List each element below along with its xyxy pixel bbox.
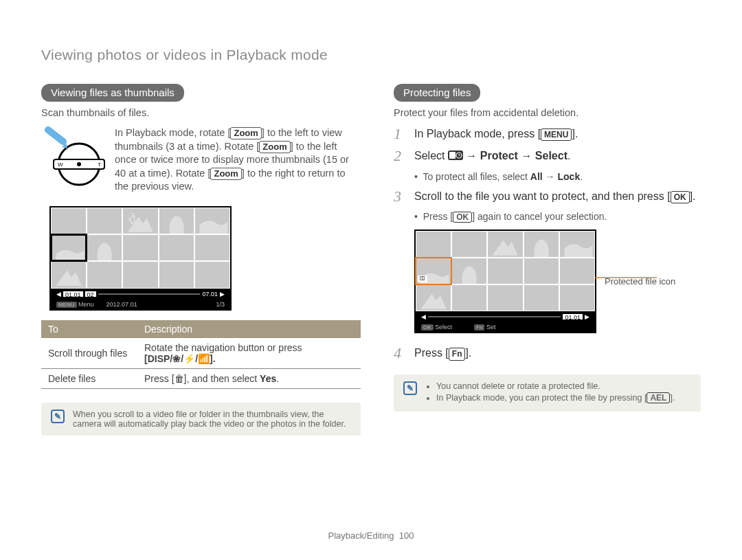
ok-button-label: OK [453, 212, 472, 223]
svg-text:W: W [58, 161, 63, 168]
ok-button-label: OK [671, 191, 690, 203]
td-delete: Delete files [41, 368, 137, 388]
note-right-2: In Playback mode, you can protect the fi… [436, 392, 675, 403]
step-number-3: 3 [394, 189, 406, 204]
step-3-sub: • Press [OK] again to cancel your select… [414, 211, 701, 223]
illus-menu-label: Menu [78, 301, 94, 308]
menu-button-label: MENU [541, 128, 572, 141]
td-scroll-desc: Rotate the navigation button or press [D… [137, 338, 361, 369]
note-box-left: ✎ When you scroll to a video file or fol… [41, 403, 361, 436]
step-3-text: Scroll to the file you want to protect, … [414, 189, 696, 204]
zoom-button-label: Zoom [259, 141, 290, 153]
illus-page: 1/3 [216, 301, 225, 308]
note-icon: ✎ [403, 381, 417, 395]
step-number-1: 1 [394, 126, 406, 142]
ael-button-label: AEL [647, 392, 670, 403]
note-icon: ✎ [51, 410, 65, 423]
folder-icon [448, 149, 463, 164]
section-heading-protecting: Protecting files [394, 84, 480, 102]
td-delete-desc: Press [🗑], and then select Yes. [137, 368, 361, 388]
svg-text:T: T [98, 161, 101, 168]
step-2-sub: • To protect all files, select All → Loc… [414, 171, 701, 182]
page-title: Viewing photos or videos in Playback mod… [41, 47, 701, 63]
zoom-instructions: In Playback mode, rotate [Zoom] to the l… [115, 126, 361, 194]
illus-date: 2012.07.01 [106, 301, 137, 308]
td-scroll: Scroll through files [41, 338, 137, 369]
th-to: To [41, 320, 137, 338]
section-heading-thumbnails: Viewing files as thumbnails [41, 84, 184, 102]
illus-select-label: Select [435, 324, 452, 331]
trash-icon: 🗑 [175, 373, 184, 384]
left-column: Viewing files as thumbnails Scan thumbna… [41, 84, 361, 436]
page-footer: Playback/Editing 100 [0, 530, 742, 541]
step-1-text: In Playback mode, press [MENU]. [414, 126, 578, 142]
note-right-1: You cannot delete or rotate a protected … [436, 381, 675, 391]
note-box-right: ✎ You cannot delete or rotate a protecte… [394, 374, 701, 412]
zoom-dial-illustration: W T [41, 126, 106, 188]
timeline-seg-2: 02 [85, 291, 96, 297]
th-description: Description [137, 320, 361, 338]
timeline-left-arrow: ◀ [56, 291, 61, 298]
svg-rect-6 [449, 152, 456, 159]
step-2-text: Select → Protect → Select. [414, 148, 570, 164]
protect-grid-illustration: ⚿ ◀ 01.01 ▶ [414, 229, 596, 334]
illus-set-label: Set [486, 324, 496, 331]
controls-table: To Description Scroll through files Rota… [41, 320, 361, 389]
zoom-button-label: Zoom [210, 168, 241, 180]
timeline-seg-1: 01.01 [63, 291, 83, 297]
right-column: Protecting files Protect your files from… [394, 84, 701, 436]
step-number-2: 2 [394, 148, 406, 164]
step-4-text: Press [Fn]. [414, 346, 471, 361]
thumbnail-grid-illustration: ◀ 01.01 02 07.01 ▶ MENU Menu 2012.07.01 … [49, 206, 232, 311]
step-number-4: 4 [394, 346, 406, 361]
svg-point-4 [77, 162, 81, 166]
section-sub-thumbnails: Scan thumbnails of files. [41, 107, 361, 118]
section-sub-protecting: Protect your files from accidental delet… [394, 107, 701, 118]
timeline-end: 07.01 [202, 291, 218, 298]
zoom-button-label: Zoom [230, 127, 261, 139]
timeline-end-right: 01.01 [563, 314, 583, 320]
timeline-right-arrow: ▶ [220, 291, 225, 298]
fn-button-label: Fn [449, 348, 466, 360]
note-text: When you scroll to a video file or folde… [73, 410, 351, 429]
